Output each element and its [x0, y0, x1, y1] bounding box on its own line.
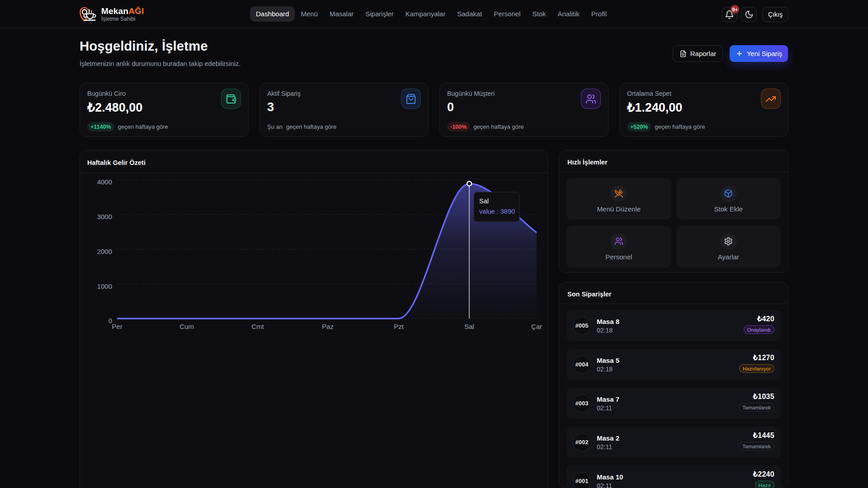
svg-text:Paz: Paz: [322, 323, 334, 330]
svg-text:4000: 4000: [97, 178, 112, 186]
svg-text:Sal: Sal: [479, 197, 489, 205]
svg-text:Cum: Cum: [179, 323, 194, 330]
svg-text:1000: 1000: [97, 282, 112, 290]
svg-text:Sal: Sal: [464, 323, 474, 330]
svg-text:3000: 3000: [97, 213, 112, 221]
svg-text:Çar: Çar: [531, 323, 542, 330]
svg-text:2000: 2000: [97, 248, 112, 255]
svg-text:value : 3890: value : 3890: [479, 208, 515, 215]
svg-text:Cmt: Cmt: [251, 323, 264, 330]
svg-text:Per: Per: [112, 323, 122, 330]
svg-text:Pzt: Pzt: [394, 323, 404, 330]
